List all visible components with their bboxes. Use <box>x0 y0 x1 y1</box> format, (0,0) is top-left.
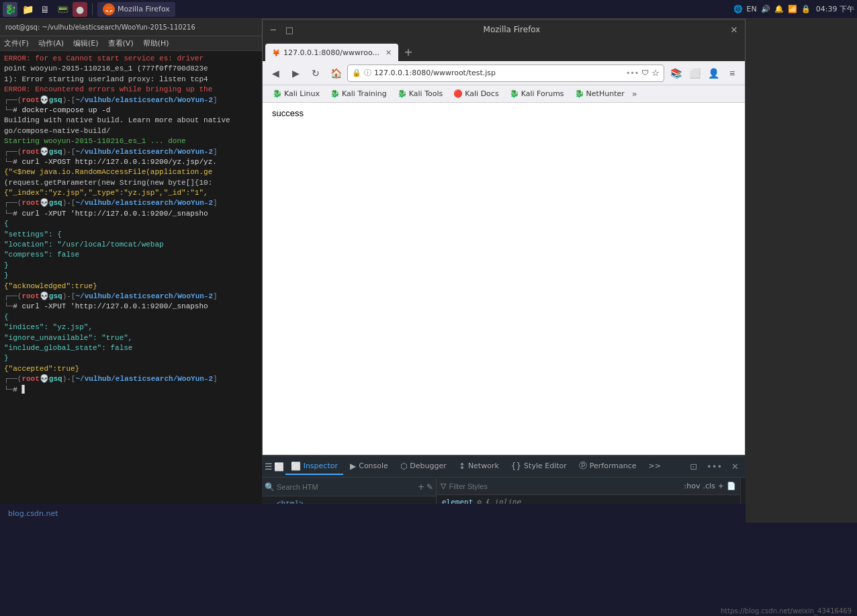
ff-bookmarks: 🐉 Kali Linux 🐉 Kali Training 🐉 Kali Tool… <box>263 85 745 103</box>
dt-tab-inspector[interactable]: ⬜ Inspector <box>285 459 343 475</box>
volume-icon: 🔊 <box>761 5 770 13</box>
menu-view[interactable]: 查看(V) <box>108 38 134 48</box>
dt-tab-console[interactable]: ▶ Console <box>345 459 394 475</box>
url-scheme: ⓘ <box>364 68 371 78</box>
filter-styles-input[interactable] <box>449 482 681 490</box>
dt-tab-debugger-label: Debugger <box>410 461 446 470</box>
dt-tab-more[interactable]: >> <box>643 459 666 474</box>
app-icon-3[interactable]: 🖥 <box>38 2 52 17</box>
bk-more-btn[interactable]: » <box>632 89 637 99</box>
firefox-taskbar-tab[interactable]: 🦊 Mozilla Firefox <box>97 2 175 17</box>
dt-tab-style-editor-label: Style Editor <box>524 461 567 470</box>
right-side-panel <box>746 19 857 523</box>
bk-kali-linux[interactable]: 🐉 Kali Linux <box>268 88 324 99</box>
ff-tab-favicon: 🦊 <box>272 49 280 56</box>
dt-tab-style-editor[interactable]: {} Style Editor <box>506 459 572 475</box>
filter-add[interactable]: + <box>718 482 724 490</box>
ff-tab-add-btn[interactable]: + <box>400 46 416 58</box>
url-bar[interactable]: 🔒 ⓘ 127.0.0.1:8080/wwwroot/test.jsp ••• … <box>347 64 664 82</box>
ff-title: Mozilla Firefox <box>300 25 723 34</box>
ff-maximize-btn[interactable]: □ <box>284 24 295 35</box>
lock-icon-sys: 🔒 <box>801 5 811 13</box>
ff-tab-active[interactable]: 🦊 127.0.0.1:8080/wwwroo... ✕ <box>265 44 398 61</box>
ff-back-btn[interactable]: ◀ <box>267 64 284 82</box>
dt-tab-console-label: Console <box>359 461 388 470</box>
terminal-titlebar: root@gsq: ~/vulhub/elasticsearch/WooYun-… <box>0 19 262 36</box>
ff-home-btn[interactable]: 🏠 <box>327 64 345 82</box>
footer-url: https://blog.csdn.net/weixin_43416469 <box>721 607 852 615</box>
inspector-icon: ⬜ <box>291 461 301 471</box>
menu-file[interactable]: 文件(F) <box>4 38 29 48</box>
dt-tab-performance[interactable]: ⓟ Performance <box>574 457 642 476</box>
ff-tab-close[interactable]: ✕ <box>386 48 392 57</box>
lang-label: EN <box>747 5 757 13</box>
bk-kali-training[interactable]: 🐉 Kali Training <box>326 88 392 99</box>
ff-icon: 🦊 <box>103 3 115 15</box>
dt-tab-performance-label: Performance <box>590 461 637 470</box>
devtools-box-icon[interactable]: ⬜ <box>274 462 284 472</box>
performance-icon: ⓟ <box>579 460 587 472</box>
network-icon-dt: ↕ <box>459 461 465 471</box>
pick-element-btn[interactable]: ✎ <box>426 482 433 492</box>
app-icon-1[interactable]: 🐉 <box>3 2 17 17</box>
terminal-window: root@gsq: ~/vulhub/elasticsearch/WooYun-… <box>0 19 262 523</box>
account-btn[interactable]: 👤 <box>705 64 722 82</box>
menu-action[interactable]: 动作(A) <box>38 38 64 48</box>
dt-dock-btn[interactable]: ⊡ <box>686 459 701 474</box>
kali-icon: 🐉 <box>273 89 282 98</box>
ff-close-btn[interactable]: ✕ <box>729 24 739 35</box>
blog-text: blog.csdn.net <box>8 509 58 518</box>
bk-kali-tools[interactable]: 🐉 Kali Tools <box>393 88 447 99</box>
network-icon: 📶 <box>788 5 797 13</box>
html-search-input[interactable] <box>277 483 416 491</box>
terminal-title: root@gsq: ~/vulhub/elasticsearch/WooYun-… <box>5 24 195 31</box>
nav-extras: 📚 ⬜ 👤 ≡ <box>667 64 741 82</box>
dt-tab-debugger[interactable]: ⬡ Debugger <box>395 459 452 475</box>
bk-nethunter[interactable]: 🐉 NetHunter <box>570 88 629 99</box>
app-icon-4[interactable]: 📟 <box>55 2 70 17</box>
add-node-btn[interactable]: + <box>418 482 424 492</box>
container-btn[interactable]: ⬜ <box>686 64 703 82</box>
firefox-window: ─ □ Mozilla Firefox ✕ 🦊 127.0.0.1:8080/w… <box>262 19 746 523</box>
style-editor-icon: {} <box>511 461 521 471</box>
bk-kali-forums[interactable]: 🐉 Kali Forums <box>505 88 569 99</box>
menu-edit[interactable]: 编辑(E) <box>73 38 99 48</box>
filter-hov[interactable]: :hov <box>684 482 701 490</box>
filter-cls[interactable]: .cls <box>703 482 715 490</box>
terminal-body: ERROR: for es Cannot start service es: d… <box>0 51 262 521</box>
menu-help[interactable]: 帮助(H) <box>143 38 169 48</box>
separator-1 <box>92 3 93 15</box>
os-taskbar-top: 🐉 📁 🖥 📟 ● 🦊 Mozilla Firefox 🌐 EN 🔊 🔔 📶 🔒… <box>0 0 857 19</box>
bk-label-kali-training: Kali Training <box>342 89 387 98</box>
filter-icon: ▽ <box>441 482 446 490</box>
page-success-text: success <box>272 108 304 118</box>
ff-minimize-btn[interactable]: ─ <box>268 24 279 35</box>
devtools-pick-icon[interactable]: ☰ <box>265 461 273 472</box>
ff-forward-btn[interactable]: ▶ <box>287 64 304 82</box>
dt-close-btn[interactable]: ✕ <box>727 459 743 474</box>
dt-options-btn[interactable]: ••• <box>703 459 726 474</box>
url-bookmark-icon[interactable]: ☆ <box>651 68 660 78</box>
ff-navbar: ◀ ▶ ↻ 🏠 🔒 ⓘ 127.0.0.1:8080/wwwroot/test.… <box>263 61 745 85</box>
kali-forums-icon: 🐉 <box>510 89 519 98</box>
bk-kali-docs[interactable]: 🔴 Kali Docs <box>449 88 503 99</box>
footer-url-text: https://blog.csdn.net/weixin_43416469 <box>721 607 852 615</box>
debugger-icon: ⬡ <box>400 461 407 471</box>
bk-label-kali-forums: Kali Forums <box>521 89 564 98</box>
url-more-btn[interactable]: ••• <box>626 69 639 77</box>
kali-train-icon: 🐉 <box>330 89 340 98</box>
app-icon-5[interactable]: ● <box>73 2 87 17</box>
ff-reload-btn[interactable]: ↻ <box>307 64 324 82</box>
bk-label-kali-linux: Kali Linux <box>284 89 320 98</box>
bell-icon: 🔔 <box>774 5 784 13</box>
app-icon-2[interactable]: 📁 <box>20 2 35 17</box>
extensions-btn[interactable]: 📚 <box>667 64 684 82</box>
filter-file[interactable]: 📄 <box>727 482 736 490</box>
dt-tab-network[interactable]: ↕ Network <box>453 459 504 475</box>
console-icon: ▶ <box>350 461 356 471</box>
dt-tab-inspector-label: Inspector <box>304 461 338 470</box>
bk-label-kali-tools: Kali Tools <box>409 89 443 98</box>
ff-menu-btn[interactable]: ≡ <box>723 64 741 82</box>
bk-label-kali-docs: Kali Docs <box>465 89 498 98</box>
ff-titlebar: ─ □ Mozilla Firefox ✕ <box>263 19 745 40</box>
